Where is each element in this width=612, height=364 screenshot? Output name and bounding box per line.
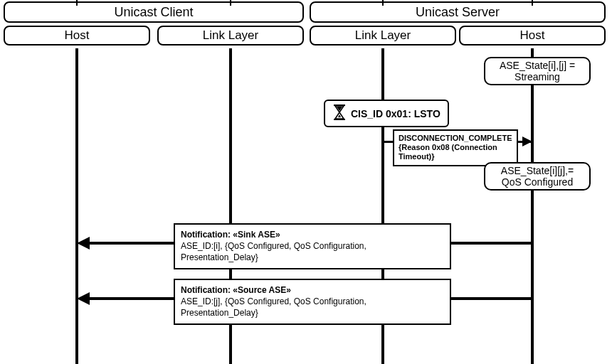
arrow-head-icon bbox=[522, 136, 532, 146]
participant-server-linklayer: Link Layer bbox=[310, 26, 456, 46]
state-ase-qos-configured: ASE_State[i][j],= QoS Configured bbox=[484, 162, 591, 191]
participant-client-host: Host bbox=[4, 26, 150, 46]
group-unicast-server: Unicast Server bbox=[310, 1, 606, 23]
timer-cis-lsto: CIS_ID 0x01: LSTO bbox=[324, 100, 449, 127]
timer-label: CIS_ID 0x01: LSTO bbox=[351, 108, 440, 119]
frame-tick bbox=[76, 0, 78, 6]
frame-tick bbox=[230, 0, 231, 6]
notification-sink-ase: Notification: «Sink ASE» ASE_ID:[i], {Qo… bbox=[174, 223, 451, 269]
notification-body: ASE_ID:[i], {QoS Configured, QoS Configu… bbox=[181, 240, 444, 263]
lifeline-client-host bbox=[75, 48, 78, 364]
frame-tick bbox=[532, 0, 533, 6]
frame-tick bbox=[382, 0, 384, 6]
notification-title: Notification: «Source ASE» bbox=[181, 284, 444, 296]
lifeline-server-host bbox=[531, 48, 534, 364]
msg-line2: {Reason 0x08 (Connection Timeout)} bbox=[399, 143, 512, 161]
participant-server-host: Host bbox=[459, 26, 606, 46]
msg-disconnection-complete: DISCONNECTION_COMPLETE {Reason 0x08 (Con… bbox=[393, 129, 518, 166]
notification-source-ase: Notification: «Source ASE» ASE_ID:[j], {… bbox=[174, 279, 451, 325]
state-ase-streaming: ASE_State[i],[j] = Streaming bbox=[484, 57, 591, 85]
arrow-head-icon bbox=[77, 292, 90, 305]
notification-title: Notification: «Sink ASE» bbox=[181, 229, 444, 240]
participant-client-linklayer: Link Layer bbox=[157, 26, 304, 46]
msg-line1: DISCONNECTION_COMPLETE bbox=[399, 134, 512, 143]
arrow-head-icon bbox=[77, 237, 90, 250]
notification-body: ASE_ID:[j], {QoS Configured, QoS Configu… bbox=[181, 296, 444, 318]
hourglass-icon bbox=[332, 104, 347, 123]
group-unicast-client: Unicast Client bbox=[4, 1, 304, 23]
